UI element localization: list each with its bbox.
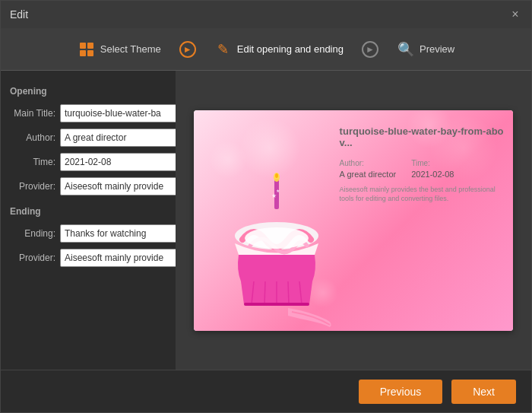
ending-label: Ending: — [10, 228, 55, 239]
main-title-row: Main Title: — [10, 104, 166, 122]
preview-title: turquoise-blue-water-bay-from-abov... — [340, 125, 505, 148]
preview-icon: 🔍 — [397, 40, 415, 59]
svg-text:★: ★ — [271, 192, 277, 199]
next-button[interactable]: Next — [451, 380, 516, 404]
preview-author-key: Author: — [340, 159, 397, 167]
arrow-icon-2: ► — [362, 41, 378, 58]
cupcake-image: ★ ★ — [212, 164, 341, 331]
left-panel: Opening Main Title: Author: Time: Provid… — [1, 71, 176, 370]
ending-input[interactable] — [60, 224, 176, 243]
time-label: Time: — [10, 157, 55, 167]
svg-line-10 — [288, 281, 289, 304]
preview-time-col: Time: 2021-02-08 — [411, 159, 454, 179]
author-label: Author: — [10, 132, 55, 143]
toolbar-step-2[interactable]: ✎ Edit opening and ending — [205, 36, 353, 63]
time-input[interactable] — [60, 153, 176, 171]
time-row: Time: — [10, 153, 166, 171]
cupcake-area: ★ ★ — [194, 110, 359, 331]
author-input[interactable] — [60, 129, 176, 147]
provider-input[interactable] — [60, 177, 176, 195]
preview-time-val: 2021-02-08 — [411, 170, 454, 179]
opening-section-label: Opening — [10, 86, 166, 97]
window-title: Edit — [10, 8, 28, 21]
step1-label: Select Theme — [100, 43, 161, 55]
svg-point-2 — [275, 173, 278, 178]
svg-rect-12 — [244, 303, 309, 306]
edit-icon: ✎ — [214, 40, 233, 59]
main-title-input[interactable] — [60, 104, 176, 122]
toolbar-step-3[interactable]: 🔍 Preview — [388, 36, 464, 63]
toolbar: Select Theme ► ✎ Edit opening and ending… — [1, 28, 531, 71]
ending-provider-label: Provider: — [10, 253, 55, 263]
preview-card: ★ ★ — [194, 110, 513, 331]
footer: Previous Next — [1, 370, 531, 412]
preview-background: ★ ★ — [194, 110, 513, 331]
toolbar-step-1[interactable]: Select Theme — [68, 36, 170, 63]
circle-arrow-1: ► — [179, 41, 196, 58]
ending-section-label: Ending — [10, 206, 166, 217]
theme-icon — [78, 40, 96, 59]
circle-arrow-2: ► — [362, 41, 378, 58]
main-window: Edit × Select Theme ► ✎ Edit opening and… — [0, 0, 532, 413]
main-content: Opening Main Title: Author: Time: Provid… — [1, 71, 531, 370]
main-title-label: Main Title: — [10, 108, 55, 119]
svg-line-8 — [264, 281, 265, 304]
preview-author-val: A great director — [340, 170, 397, 179]
step2-label: Edit opening and ending — [237, 43, 344, 55]
step3-label: Preview — [420, 43, 454, 55]
provider-row: Provider: — [10, 177, 166, 195]
author-row: Author: — [10, 129, 166, 147]
close-button[interactable]: × — [508, 8, 522, 21]
ending-provider-input[interactable] — [60, 249, 176, 267]
preview-meta: Author: A great director Time: 2021-02-0… — [340, 159, 505, 179]
title-bar: Edit × — [1, 1, 531, 28]
previous-button[interactable]: Previous — [359, 380, 442, 404]
ending-row: Ending: — [10, 224, 166, 243]
preview-text-overlay: turquoise-blue-water-bay-from-abov... Au… — [340, 125, 505, 204]
provider-label: Provider: — [10, 181, 55, 192]
svg-text:★: ★ — [276, 189, 280, 193]
arrow-icon-1: ► — [179, 41, 196, 58]
preview-provider: Aiseesoft mainly provides the best and p… — [340, 185, 505, 204]
ending-provider-row: Provider: — [10, 249, 166, 267]
preview-time-key: Time: — [411, 159, 454, 167]
svg-point-6 — [245, 227, 309, 249]
preview-author-col: Author: A great director — [340, 159, 397, 179]
right-panel: ★ ★ — [176, 71, 531, 370]
